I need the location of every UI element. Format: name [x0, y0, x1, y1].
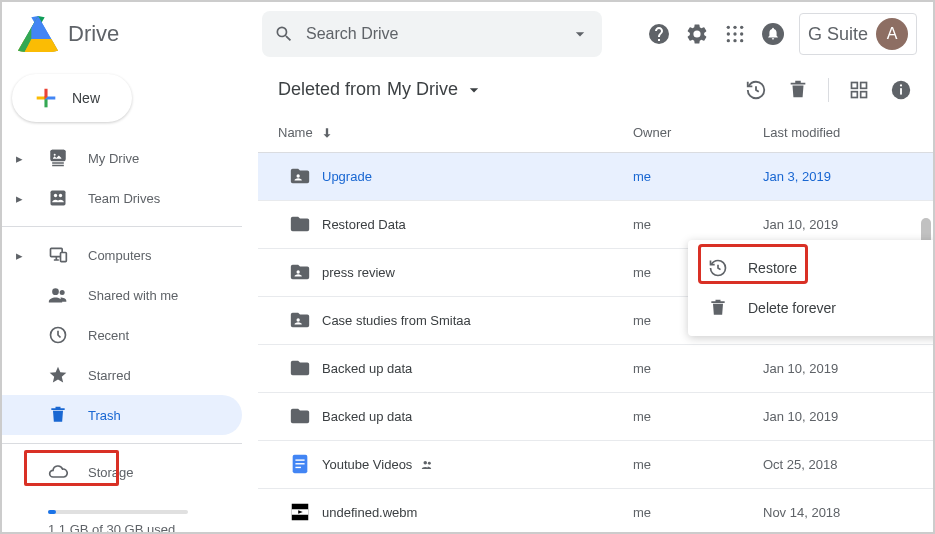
restore-icon [708, 258, 728, 278]
svg-point-3 [727, 32, 730, 35]
gsuite-badge[interactable]: G Suite A [799, 13, 917, 55]
svg-point-12 [54, 194, 57, 197]
sidebar-item-team-drives[interactable]: ▸Team Drives [2, 178, 242, 218]
svg-point-25 [900, 84, 902, 86]
new-button[interactable]: New [12, 74, 132, 122]
file-owner: me [633, 217, 763, 232]
dropdown-icon[interactable] [570, 24, 590, 44]
svg-rect-15 [61, 253, 67, 262]
table-row[interactable]: Youtube Videos meOct 25, 2018 [258, 441, 933, 489]
search-input[interactable] [306, 25, 558, 43]
table-row[interactable]: Backed up datameJan 10, 2019 [258, 393, 933, 441]
context-menu: Restore Delete forever [688, 240, 935, 336]
svg-point-17 [60, 290, 65, 295]
breadcrumb[interactable]: Deleted from My Drive [278, 79, 484, 100]
my-drive-icon [48, 148, 68, 168]
file-name: Backed up data [322, 409, 633, 424]
file-type-icon [278, 405, 322, 427]
svg-rect-21 [852, 91, 858, 97]
app-name: Drive [68, 21, 119, 47]
file-owner: me [633, 169, 763, 184]
file-modified: Jan 3, 2019 [763, 169, 913, 184]
menu-item-restore[interactable]: Restore [688, 248, 935, 288]
file-owner: me [633, 409, 763, 424]
svg-rect-22 [861, 91, 867, 97]
header-actions: G Suite A [647, 13, 917, 55]
svg-point-0 [727, 26, 730, 29]
file-owner: me [633, 361, 763, 376]
sidebar-item-recent[interactable]: Recent [2, 315, 242, 355]
storage-section: 1.1 GB of 30 GB used UPGRADE STORAGE [2, 492, 258, 534]
grid-view-icon[interactable] [847, 78, 871, 102]
info-icon[interactable] [889, 78, 913, 102]
sidebar-item-computers[interactable]: ▸Computers [2, 235, 242, 275]
computers-icon [48, 245, 68, 265]
svg-rect-11 [51, 191, 66, 206]
cloud-icon [48, 462, 68, 482]
table-row[interactable]: Backed up datameJan 10, 2019 [258, 345, 933, 393]
sidebar-item-trash[interactable]: Trash [2, 395, 242, 435]
file-name: Youtube Videos [322, 457, 633, 473]
file-type-icon [278, 453, 322, 475]
file-type-icon [278, 309, 322, 331]
sidebar-item-storage[interactable]: Storage [2, 452, 242, 492]
search-icon [274, 24, 294, 44]
table-row[interactable]: undefined.webmmeNov 14, 2018 [258, 489, 933, 532]
svg-point-26 [297, 175, 300, 178]
svg-point-2 [740, 26, 743, 29]
col-name-header[interactable]: Name [278, 125, 633, 141]
svg-point-4 [733, 32, 736, 35]
file-name: Restored Data [322, 217, 633, 232]
svg-point-27 [297, 271, 300, 274]
settings-icon[interactable] [685, 22, 709, 46]
file-owner: me [633, 505, 763, 520]
breadcrumb-location: My Drive [387, 79, 458, 100]
drive-logo-icon [18, 14, 58, 54]
file-modified: Jan 10, 2019 [763, 361, 913, 376]
sidebar-item-starred[interactable]: Starred [2, 355, 242, 395]
file-type-icon [278, 261, 322, 283]
svg-point-6 [727, 39, 730, 42]
trash-icon [708, 298, 728, 318]
svg-rect-19 [852, 82, 858, 88]
menu-item-delete-forever[interactable]: Delete forever [688, 288, 935, 328]
file-name: press review [322, 265, 633, 280]
column-headers: Name Owner Last modified [258, 113, 933, 153]
file-name: Case studies from Smitaa [322, 313, 633, 328]
file-name: undefined.webm [322, 505, 633, 520]
trash-icon [48, 405, 68, 425]
sidebar: New ▸My Drive ▸Team Drives ▸Computers Sh… [2, 66, 258, 532]
notifications-icon[interactable] [761, 22, 785, 46]
sidebar-item-label: Computers [88, 248, 152, 263]
svg-rect-20 [861, 82, 867, 88]
file-list: UpgrademeJan 3, 2019Restored DatameJan 1… [258, 153, 933, 532]
restore-action-icon[interactable] [744, 78, 768, 102]
col-modified-header[interactable]: Last modified [763, 125, 913, 140]
plus-icon [32, 84, 60, 112]
sidebar-item-my-drive[interactable]: ▸My Drive [2, 138, 242, 178]
breadcrumb-prefix: Deleted from [278, 79, 381, 100]
svg-rect-24 [900, 88, 902, 94]
help-icon[interactable] [647, 22, 671, 46]
search-box[interactable] [262, 11, 602, 57]
new-button-label: New [72, 90, 100, 106]
sidebar-item-label: Storage [88, 465, 134, 480]
svg-point-34 [427, 462, 430, 465]
delete-action-icon[interactable] [786, 78, 810, 102]
apps-icon[interactable] [723, 22, 747, 46]
sidebar-item-label: Shared with me [88, 288, 178, 303]
sidebar-item-label: Starred [88, 368, 131, 383]
sidebar-item-label: Trash [88, 408, 121, 423]
sidebar-item-shared[interactable]: Shared with me [2, 275, 242, 315]
logo-area[interactable]: Drive [18, 14, 254, 54]
sort-arrow-icon [320, 126, 334, 140]
col-owner-header[interactable]: Owner [633, 125, 763, 140]
svg-point-1 [733, 26, 736, 29]
file-type-icon [278, 357, 322, 379]
sidebar-item-label: My Drive [88, 151, 139, 166]
avatar[interactable]: A [876, 18, 908, 50]
table-row[interactable]: UpgrademeJan 3, 2019 [258, 153, 933, 201]
team-drives-icon [48, 188, 68, 208]
sidebar-item-label: Team Drives [88, 191, 160, 206]
svg-point-28 [297, 319, 300, 322]
